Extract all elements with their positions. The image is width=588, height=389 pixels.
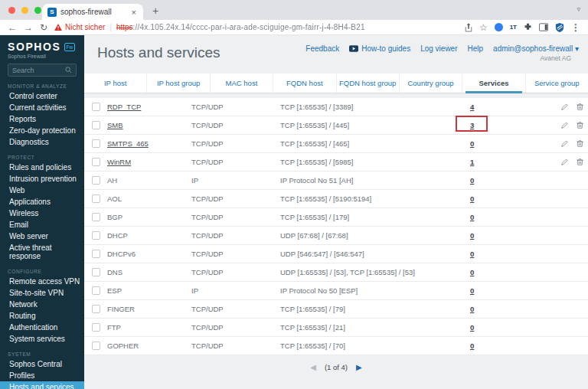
tab-fqdn-host[interactable]: FQDN host <box>273 74 336 93</box>
tab-country-group[interactable]: Country group <box>400 74 462 93</box>
sidebar-item-web[interactable]: Web <box>0 185 84 196</box>
service-name-link[interactable]: WinRM <box>107 158 131 166</box>
sidebar-item-active-threat-response[interactable]: Active threat response <box>0 242 84 262</box>
edit-pencil-icon[interactable] <box>560 121 569 129</box>
close-window-button[interactable] <box>8 7 15 14</box>
row-checkbox[interactable] <box>92 139 100 148</box>
sidebar-item-system-services[interactable]: System services <box>0 333 84 345</box>
sidebar-item-authentication[interactable]: Authentication <box>0 322 84 333</box>
row-checkbox[interactable] <box>92 103 100 111</box>
usage-count-link[interactable]: 0 <box>469 305 474 313</box>
row-checkbox[interactable] <box>92 213 100 221</box>
browser-menu-icon[interactable]: ⋮ <box>571 22 580 33</box>
edit-pencil-icon[interactable] <box>560 158 569 166</box>
zoom-window-button[interactable] <box>34 7 41 14</box>
sidebar-item-profiles[interactable]: Profiles <box>0 370 84 381</box>
sidebar-item-control-center[interactable]: Control center <box>0 90 84 102</box>
address-bar[interactable]: Nicht sicher | https://4x.105.24x.14/ccc… <box>54 23 458 31</box>
sidebar-item-web-server[interactable]: Web server <box>0 230 84 242</box>
sidebar-item-reports[interactable]: Reports <box>0 113 84 125</box>
log-viewer-link[interactable]: Log viewer <box>420 44 457 53</box>
delete-trash-icon[interactable] <box>576 103 584 111</box>
usage-count-link[interactable]: 0 <box>469 213 474 221</box>
sidebar-item-sophos-central[interactable]: Sophos Central <box>0 358 84 370</box>
usage-count-link[interactable]: 0 <box>469 194 474 203</box>
usage-count-link[interactable]: 0 <box>469 176 474 185</box>
sidebar-item-diagnostics[interactable]: Diagnostics <box>0 136 84 148</box>
feedback-link[interactable]: Feedback <box>305 44 339 53</box>
sidebar-search[interactable] <box>8 64 77 77</box>
sidebar-item-current-activities[interactable]: Current activities <box>0 102 84 113</box>
delete-trash-icon[interactable] <box>576 139 584 148</box>
sophos-shield-icon[interactable] <box>555 23 564 32</box>
edit-pencil-icon[interactable] <box>560 139 569 148</box>
usage-count-link[interactable]: 0 <box>469 342 474 350</box>
blue-circle-extension-icon[interactable] <box>495 23 503 31</box>
usage-count-link[interactable]: 3 <box>469 121 474 129</box>
usage-count-link[interactable]: 0 <box>469 323 474 332</box>
not-secure-warning[interactable]: Nicht sicher <box>54 23 105 31</box>
share-icon[interactable] <box>465 23 472 32</box>
tab-ip-host[interactable]: IP host <box>84 74 147 93</box>
tab-ip-host-group[interactable]: IP host group <box>147 74 210 93</box>
reload-button[interactable]: ↻ <box>40 23 47 32</box>
search-input[interactable] <box>12 67 63 74</box>
tab-close-icon[interactable]: × <box>130 8 138 17</box>
row-checkbox[interactable] <box>92 286 100 295</box>
sidebar-item-rules-and-policies[interactable]: Rules and policies <box>0 162 84 173</box>
help-link[interactable]: Help <box>468 44 484 53</box>
account-menu[interactable]: admin@sophos-firewall ▾ <box>493 44 579 53</box>
delete-trash-icon[interactable] <box>576 158 584 166</box>
window-chevron-icon[interactable]: ▿ <box>577 5 580 13</box>
usage-count-link[interactable]: 4 <box>469 103 474 111</box>
back-button[interactable]: ← <box>8 23 17 32</box>
sidebar-item-site-to-site-vpn[interactable]: Site-to-site VPN <box>0 287 84 299</box>
next-page-button[interactable]: ▶ <box>356 363 362 371</box>
usage-count-link[interactable]: 0 <box>469 268 474 276</box>
row-checkbox[interactable] <box>92 158 100 166</box>
tab-mac-host[interactable]: MAC host <box>211 74 273 93</box>
howto-guides-link[interactable]: How-to guides <box>349 44 410 53</box>
row-checkbox[interactable] <box>92 121 100 129</box>
sidebar-item-zero-day-protection[interactable]: Zero-day protection <box>0 125 84 136</box>
tab-service-group[interactable]: Service group <box>526 74 588 93</box>
forward-button[interactable]: → <box>24 23 33 32</box>
row-checkbox[interactable] <box>92 342 100 350</box>
service-name-link[interactable]: RDP_TCP <box>107 103 141 111</box>
sidebar-item-network[interactable]: Network <box>0 299 84 310</box>
usage-count-link[interactable]: 0 <box>469 139 474 148</box>
sidebar-item-email[interactable]: Email <box>0 219 84 230</box>
usage-count-link[interactable]: 0 <box>469 250 474 258</box>
usage-count-link[interactable]: 0 <box>469 286 474 295</box>
warning-triangle-icon <box>54 24 62 31</box>
sidebar-item-applications[interactable]: Applications <box>0 196 84 208</box>
usage-count-link[interactable]: 1 <box>469 158 474 166</box>
row-checkbox[interactable] <box>92 323 100 332</box>
row-checkbox[interactable] <box>92 194 100 203</box>
usage-count-link[interactable]: 0 <box>469 231 474 240</box>
row-checkbox[interactable] <box>92 250 100 258</box>
sidebar-item-remote-access-vpn[interactable]: Remote access VPN <box>0 276 84 287</box>
minimize-window-button[interactable] <box>21 7 28 14</box>
row-checkbox[interactable] <box>92 305 100 313</box>
sidebar-item-intrusion-prevention[interactable]: Intrusion prevention <box>0 173 84 185</box>
extensions-puzzle-icon[interactable] <box>524 23 532 31</box>
delete-trash-icon[interactable] <box>576 121 584 129</box>
service-name-link[interactable]: SMTPS_465 <box>107 139 149 148</box>
tab-fqdn-host-group[interactable]: FQDN host group <box>337 74 400 93</box>
bookmark-star-icon[interactable]: ☆ <box>479 22 488 33</box>
previous-page-button[interactable]: ◀ <box>310 363 316 371</box>
sidebar-item-routing[interactable]: Routing <box>0 310 84 322</box>
row-checkbox[interactable] <box>92 176 100 185</box>
new-tab-button[interactable]: + <box>152 5 158 17</box>
tab-services[interactable]: Services <box>462 74 525 93</box>
service-name-link[interactable]: SMB <box>107 121 123 129</box>
side-panel-icon[interactable] <box>539 23 548 31</box>
text-extension-icon[interactable]: 1T <box>510 24 517 31</box>
row-checkbox[interactable] <box>92 231 100 240</box>
browser-tab[interactable]: S sophos-firewall × <box>42 4 143 20</box>
edit-pencil-icon[interactable] <box>560 103 569 111</box>
sidebar-item-hosts-and-services[interactable]: Hosts and services <box>0 381 84 389</box>
row-checkbox[interactable] <box>92 268 100 276</box>
sidebar-item-wireless[interactable]: Wireless <box>0 208 84 219</box>
